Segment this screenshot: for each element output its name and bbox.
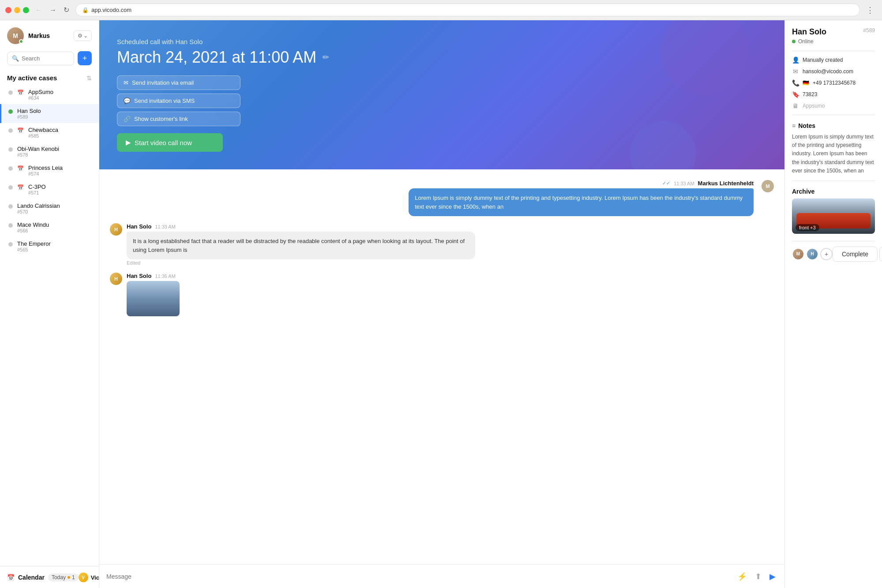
main-content: Scheduled call with Han Solo March 24, 2… <box>99 20 785 588</box>
notes-text: Lorem Ipsum is simply dummy text of the … <box>792 133 875 175</box>
status-dot <box>8 185 13 190</box>
avatar-initials: M <box>13 32 18 39</box>
chat-area: M ✓✓ 11:33 AM Markus Lichtenheldt Lorem … <box>99 169 784 564</box>
calendar-icon: 📅 <box>17 165 24 172</box>
hero-edit-button[interactable]: ✏ <box>323 52 329 62</box>
notes-title: ≡ Notes <box>792 122 875 129</box>
right-panel: Han Solo Online #589 👤 Manually created … <box>785 20 882 588</box>
url-text: app.vicodo.com <box>91 7 131 13</box>
sms-icon: 💬 <box>124 97 131 104</box>
settings-button[interactable]: ⚙ ⌄ <box>74 30 92 41</box>
send-button[interactable]: ▶ <box>768 570 777 583</box>
browser-buttons <box>5 7 29 13</box>
archive-section: Archive front +3 <box>792 188 875 234</box>
message-bubble: Lorem Ipsum is simply dummy text of the … <box>409 188 754 216</box>
case-info: Mace Windu #566 <box>17 221 92 233</box>
maximize-button[interactable] <box>23 7 29 13</box>
screen-icon: 🖥 <box>792 102 799 109</box>
contact-meta: 👤 Manually created ✉ hansolo@vicodo.com … <box>792 56 875 109</box>
case-id: #571 <box>28 190 92 195</box>
case-item-obi-wan[interactable]: Obi-Wan Kenobi #578 <box>0 142 99 161</box>
case-name: C-3PO <box>28 184 92 190</box>
notes-icon: ≡ <box>792 122 796 129</box>
meta-created-text: Manually created <box>803 57 843 63</box>
case-name: Chewbacca <box>28 127 92 133</box>
case-item-mace-windu[interactable]: Mace Windu #566 <box>0 218 99 237</box>
case-id: #634 <box>28 95 92 101</box>
address-bar[interactable]: 🔒 app.vicodo.com <box>75 4 860 16</box>
participant-avatar-1: M <box>792 248 804 260</box>
meta-screen-text: Appsumo <box>803 103 825 109</box>
status-dot <box>792 40 796 43</box>
back-button[interactable]: ← <box>33 5 45 15</box>
divider <box>792 180 875 181</box>
close-button[interactable] <box>5 7 11 13</box>
start-call-button[interactable]: ▶ Start video call now <box>117 133 223 152</box>
case-info: Lando Calrissian #570 <box>17 202 92 214</box>
case-info: Han Solo #589 <box>17 108 92 120</box>
send-email-button[interactable]: ✉ Send invitation via email <box>117 75 240 90</box>
status-dot <box>8 90 13 95</box>
contact-status: Online <box>792 38 826 45</box>
case-item-appsumo[interactable]: 📅 AppSumo #634 <box>0 85 99 104</box>
message-image <box>127 281 180 316</box>
case-item-emperor[interactable]: The Emperor #565 <box>0 237 99 256</box>
upload-button[interactable]: ⬆ <box>753 570 763 583</box>
archive-image[interactable]: front +3 <box>792 198 875 234</box>
right-panel-bottom: M H + Complete ⚙ ⌄ <box>792 241 875 262</box>
notes-label: Notes <box>798 122 815 129</box>
add-button[interactable]: + <box>78 51 92 65</box>
status-dot <box>8 242 13 247</box>
status-dot <box>8 223 13 228</box>
hero-title: March 24, 2021 at 11:00 AM ✏ <box>117 48 767 67</box>
lightning-button[interactable]: ⚡ <box>736 570 749 583</box>
case-item-han-solo[interactable]: Han Solo #589 <box>0 104 99 123</box>
sort-button[interactable]: ⇅ <box>86 75 92 82</box>
divider <box>792 115 875 115</box>
message-input[interactable] <box>106 573 731 580</box>
meta-created: 👤 Manually created <box>792 56 875 64</box>
message-bubble: It is a long established fact that a rea… <box>127 232 475 259</box>
meta-screen: 🖥 Appsumo <box>792 102 875 109</box>
participant-avatar-2: H <box>806 248 818 260</box>
avatar: M <box>7 27 24 44</box>
message-check: ✓✓ <box>662 180 670 186</box>
status-dot <box>8 204 13 209</box>
meta-tag: 🔖 73823 <box>792 91 875 98</box>
gear-icon: ⚙ <box>78 33 83 39</box>
browser-menu-button[interactable]: ⋮ <box>863 4 877 16</box>
cases-section-header: My active cases ⇅ <box>0 71 99 85</box>
show-link-button[interactable]: 🔗 Show customer's link <box>117 112 240 126</box>
message-incoming-2: H Han Solo 11:35 AM <box>110 273 180 316</box>
search-input[interactable] <box>22 55 69 62</box>
case-id: #570 <box>17 209 92 214</box>
complete-button[interactable]: Complete <box>833 247 878 262</box>
minimize-button[interactable] <box>14 7 20 13</box>
message-time: 11:35 AM <box>155 273 175 279</box>
archive-label: front +3 <box>796 224 819 231</box>
show-link-label: Show customer's link <box>134 116 188 122</box>
hero-date-text: March 24, 2021 at 11:00 AM <box>117 48 316 67</box>
complete-settings-button[interactable]: ⚙ ⌄ <box>879 247 882 262</box>
case-item-princess-leia[interactable]: 📅 Princess Leia #574 <box>0 161 99 180</box>
case-item-chewbacca[interactable]: 📅 Chewbacca #585 <box>0 123 99 142</box>
case-info: AppSumo #634 <box>28 89 92 101</box>
send-sms-button[interactable]: 💬 Send invitation via SMS <box>117 94 240 108</box>
add-participant-button[interactable]: + <box>820 248 833 260</box>
case-item-lando[interactable]: Lando Calrissian #570 <box>0 199 99 218</box>
participants: M H + <box>792 248 833 260</box>
tag-icon: 🔖 <box>792 91 799 98</box>
message-sender: Han Solo <box>127 273 151 279</box>
calendar-section[interactable]: 📅 Calendar Today 1 <box>7 573 79 581</box>
refresh-button[interactable]: ↻ <box>61 5 72 15</box>
forward-button[interactable]: → <box>47 5 59 15</box>
meta-email-text: hansolo@vicodo.com <box>803 68 853 75</box>
case-info: C-3PO #571 <box>28 184 92 195</box>
meta-phone: 📞 🇩🇪 +49 17312345678 <box>792 79 875 86</box>
divider <box>792 51 875 51</box>
search-input-wrap[interactable]: 🔍 <box>7 52 74 65</box>
case-item-c3po[interactable]: 📅 C-3PO #571 <box>0 180 99 199</box>
meta-email: ✉ hansolo@vicodo.com <box>792 68 875 75</box>
case-name: Princess Leia <box>28 165 92 171</box>
flag-icon: 🇩🇪 <box>803 80 809 86</box>
